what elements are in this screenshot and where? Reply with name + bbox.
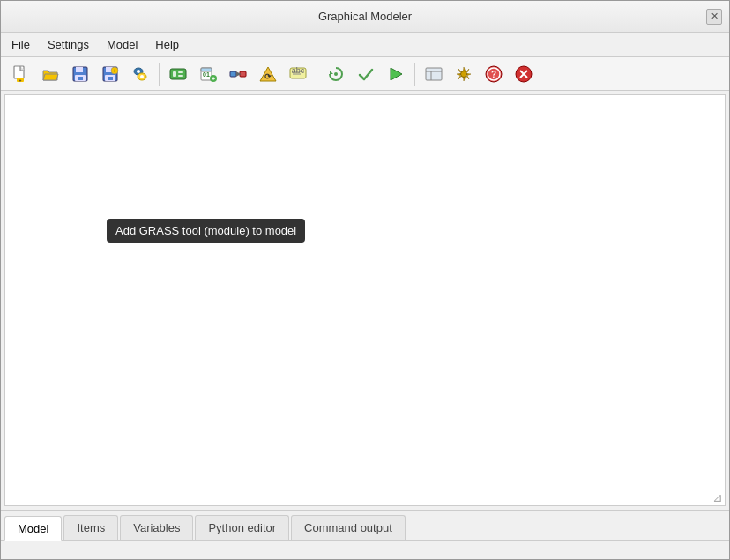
separator-2: [317, 63, 317, 86]
new-model-button[interactable]: +: [6, 61, 34, 87]
svg-rect-27: [240, 71, 246, 77]
tab-variables[interactable]: Variables: [120, 515, 193, 540]
tab-command-output[interactable]: Command output: [291, 515, 406, 540]
add-data-button[interactable]: 01 +: [194, 61, 222, 87]
open-model-button[interactable]: [36, 61, 64, 87]
separator-3: [414, 63, 415, 86]
svg-rect-38: [426, 68, 442, 80]
tooltip: Add GRASS tool (module) to model: [107, 219, 305, 243]
resize-handle: ⊿: [712, 491, 723, 504]
python-script-button[interactable]: [126, 61, 154, 87]
save-model-button[interactable]: [66, 61, 94, 87]
window-title: Graphical Modeler: [24, 10, 706, 23]
tab-bar: Model Items Variables Python editor Comm…: [1, 510, 729, 540]
model-properties-button[interactable]: [420, 61, 448, 87]
svg-point-36: [334, 72, 338, 76]
main-window: Graphical Modeler ✕ File Settings Model …: [0, 0, 730, 560]
quit-button[interactable]: [510, 61, 538, 87]
svg-point-16: [140, 75, 144, 78]
svg-text:i: i: [114, 68, 115, 73]
svg-text:?: ?: [491, 70, 496, 79]
add-module-button[interactable]: [164, 61, 192, 87]
toolbar: + i: [1, 57, 729, 91]
svg-rect-26: [230, 71, 236, 77]
model-canvas[interactable]: Add GRASS tool (module) to model ⊿: [4, 94, 726, 506]
svg-rect-20: [178, 75, 183, 77]
svg-point-15: [137, 70, 140, 73]
validate-button[interactable]: [352, 61, 380, 87]
menu-bar: File Settings Model Help: [1, 33, 729, 57]
menu-settings[interactable]: Settings: [41, 35, 96, 54]
run-model-button[interactable]: [382, 61, 410, 87]
save-as-image-button[interactable]: i: [96, 61, 124, 87]
svg-point-41: [461, 71, 467, 77]
menu-model[interactable]: Model: [100, 35, 145, 54]
settings-button[interactable]: [450, 61, 478, 87]
svg-text:+: +: [212, 75, 215, 81]
svg-rect-4: [76, 67, 83, 72]
svg-rect-10: [108, 77, 113, 80]
svg-rect-18: [173, 71, 176, 77]
add-loop-button[interactable]: ⟳: [254, 61, 282, 87]
svg-marker-35: [330, 71, 333, 74]
menu-help[interactable]: Help: [148, 35, 186, 54]
tab-items[interactable]: Items: [63, 515, 118, 540]
status-bar: [1, 540, 729, 559]
svg-text:+: +: [19, 77, 22, 82]
add-relation-button[interactable]: [224, 61, 252, 87]
tab-python-editor[interactable]: Python editor: [195, 515, 289, 540]
svg-marker-37: [391, 68, 402, 80]
add-comment-button[interactable]: abc: [284, 61, 312, 87]
redraw-button[interactable]: [322, 61, 350, 87]
svg-text:abc: abc: [292, 66, 305, 75]
svg-text:⟳: ⟳: [264, 72, 272, 81]
tab-model[interactable]: Model: [4, 516, 62, 541]
svg-rect-19: [178, 71, 183, 73]
svg-text:01: 01: [203, 71, 210, 78]
svg-rect-17: [170, 69, 186, 79]
svg-rect-6: [78, 77, 83, 80]
menu-file[interactable]: File: [4, 35, 37, 54]
title-bar: Graphical Modeler ✕: [1, 1, 729, 33]
close-button[interactable]: ✕: [706, 9, 722, 25]
separator-1: [159, 63, 160, 86]
help-button[interactable]: ?: [480, 61, 508, 87]
